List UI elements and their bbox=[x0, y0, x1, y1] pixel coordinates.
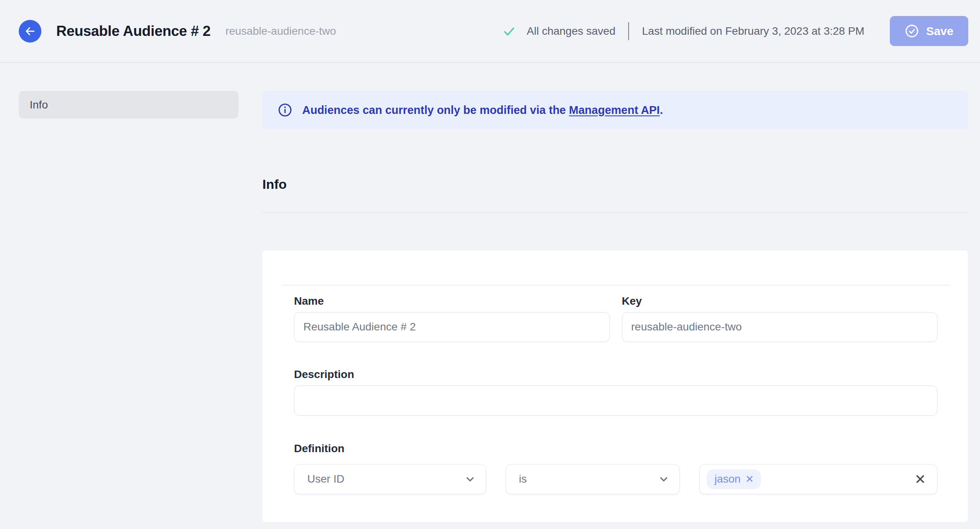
name-key-row: Name Key bbox=[294, 295, 937, 342]
name-label: Name bbox=[294, 295, 610, 307]
save-button-label: Save bbox=[926, 25, 953, 38]
trait-select-value: User ID bbox=[307, 473, 344, 485]
section-divider bbox=[262, 212, 968, 213]
name-input[interactable] bbox=[294, 312, 610, 342]
key-label: Key bbox=[622, 295, 938, 307]
content-area: Info Audiences can currently only be mod… bbox=[0, 63, 980, 522]
page-header: Reusable Audience # 2 reusable-audience-… bbox=[0, 0, 980, 63]
key-field-group: Key bbox=[622, 295, 938, 342]
check-icon bbox=[502, 25, 516, 38]
back-button[interactable] bbox=[19, 20, 41, 43]
trait-select[interactable]: User ID bbox=[294, 464, 486, 494]
page-slug: reusable-audience-two bbox=[225, 25, 336, 37]
banner-text-before: Audiences can currently only be modified… bbox=[302, 104, 569, 116]
chevron-down-icon bbox=[658, 473, 670, 485]
last-modified-label: Last modified on February 3, 2023 at 3:2… bbox=[642, 25, 864, 37]
banner-message: Audiences can currently only be modified… bbox=[302, 104, 663, 117]
chevron-down-icon bbox=[464, 473, 476, 485]
values-tag-input[interactable]: jason ✕ bbox=[699, 464, 937, 494]
sidebar: Info bbox=[19, 91, 239, 119]
info-banner: Audiences can currently only be modified… bbox=[262, 91, 968, 129]
info-circle-icon bbox=[278, 103, 292, 117]
info-card: Name Key Description Definition User ID bbox=[262, 250, 968, 522]
main-panel: Audiences can currently only be modified… bbox=[262, 91, 968, 522]
description-field-group: Description bbox=[294, 368, 937, 416]
save-status: All changes saved bbox=[502, 25, 615, 38]
value-chip-label: jason bbox=[715, 473, 741, 485]
section-title: Info bbox=[262, 177, 968, 192]
definition-label: Definition bbox=[294, 442, 937, 455]
operator-select-value: is bbox=[519, 473, 527, 485]
chip-remove-x-icon[interactable]: ✕ bbox=[745, 474, 754, 484]
name-field-group: Name bbox=[294, 295, 610, 342]
description-input[interactable] bbox=[294, 385, 937, 416]
sidebar-item-info[interactable]: Info bbox=[19, 91, 239, 119]
x-icon bbox=[914, 473, 927, 485]
banner-text-after: . bbox=[660, 104, 663, 116]
sidebar-item-label: Info bbox=[30, 99, 48, 111]
page-title: Reusable Audience # 2 bbox=[56, 23, 210, 39]
key-input[interactable] bbox=[622, 312, 938, 342]
circle-check-icon bbox=[905, 24, 919, 38]
definition-row: User ID is bbox=[294, 464, 937, 494]
header-divider bbox=[628, 22, 629, 40]
save-button[interactable]: Save bbox=[890, 16, 968, 46]
fieldset-divider bbox=[282, 285, 950, 286]
clear-values-button[interactable] bbox=[914, 473, 927, 485]
value-chip[interactable]: jason ✕ bbox=[707, 469, 761, 489]
definition-field-group: Definition User ID is bbox=[294, 442, 937, 494]
arrow-left-icon bbox=[24, 25, 36, 37]
description-label: Description bbox=[294, 368, 937, 381]
management-api-link[interactable]: Management API bbox=[569, 104, 660, 116]
operator-select[interactable]: is bbox=[506, 464, 680, 494]
save-status-label: All changes saved bbox=[527, 25, 615, 37]
